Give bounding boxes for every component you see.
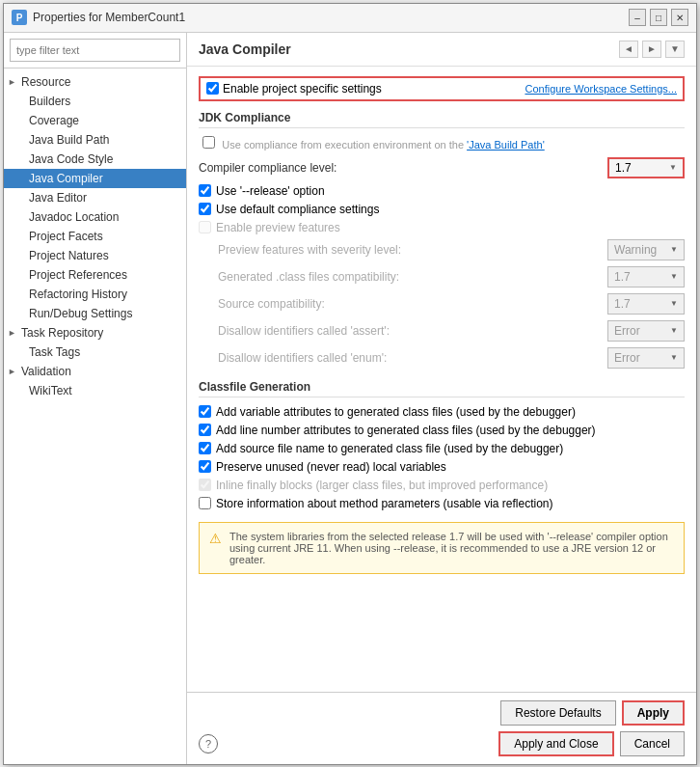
restore-defaults-button[interactable]: Restore Defaults xyxy=(500,700,615,726)
sidebar-item-validation[interactable]: ► Validation xyxy=(4,362,186,381)
generated-class-row: Generated .class files compatibility: 1.… xyxy=(199,266,685,288)
panel-title: Java Compiler xyxy=(199,41,291,57)
use-default-compliance-checkbox[interactable] xyxy=(199,203,211,215)
sidebar-label-java-code-style: Java Code Style xyxy=(29,152,113,166)
sidebar-item-project-facets[interactable]: Project Facets xyxy=(4,227,186,246)
source-compat-value: 1.7 xyxy=(614,297,631,311)
compiler-compliance-dropdown[interactable]: 1.7 ▼ xyxy=(607,157,685,178)
nav-dropdown-button[interactable]: ▼ xyxy=(665,41,685,58)
panel-content: Enable project specific settings Configu… xyxy=(187,67,696,692)
disallow-assert-row: Disallow identifiers called 'assert': Er… xyxy=(199,320,685,342)
enable-row: Enable project specific settings Configu… xyxy=(199,76,685,101)
inline-finally-checkbox[interactable] xyxy=(199,479,211,491)
search-input[interactable] xyxy=(10,39,180,62)
warning-icon: ⚠ xyxy=(209,531,222,546)
compiler-compliance-label: Compiler compliance level: xyxy=(199,161,607,175)
add-line-row: Add line number attributes to generated … xyxy=(199,424,685,437)
add-line-checkbox[interactable] xyxy=(199,424,211,436)
minimize-button[interactable]: – xyxy=(629,9,646,26)
disallow-assert-dropdown[interactable]: Error ▼ xyxy=(607,320,685,342)
nav-forward-button[interactable]: ► xyxy=(642,41,661,58)
use-compliance-row: Use compliance from execution environmen… xyxy=(199,136,685,151)
title-bar: P Properties for MemberCount1 – □ ✕ xyxy=(4,4,696,33)
warning-box: ⚠ The system libraries from the selected… xyxy=(199,522,685,574)
sidebar-item-wikitext[interactable]: WikiText xyxy=(4,381,186,400)
bottom-row-final: ? Apply and Close Cancel xyxy=(199,731,685,756)
sidebar-item-task-tags[interactable]: Task Tags xyxy=(4,342,186,362)
disallow-enum-dropdown[interactable]: Error ▼ xyxy=(607,347,685,369)
sidebar-item-resource[interactable]: ► Resource xyxy=(4,72,186,92)
sidebar-label-builders: Builders xyxy=(29,95,70,108)
right-panel: Java Compiler ◄ ► ▼ Enable project speci… xyxy=(187,33,696,764)
sidebar-item-builders[interactable]: Builders xyxy=(4,92,186,111)
store-info-label: Store information about method parameter… xyxy=(216,497,553,510)
sidebar-item-run-debug-settings[interactable]: Run/Debug Settings xyxy=(4,304,186,323)
java-build-path-link[interactable]: 'Java Build Path' xyxy=(467,139,545,151)
sidebar-item-java-code-style[interactable]: Java Code Style xyxy=(4,150,186,169)
add-source-checkbox[interactable] xyxy=(199,442,211,454)
preserve-unused-row: Preserve unused (never read) local varia… xyxy=(199,460,685,474)
source-compat-dropdown[interactable]: 1.7 ▼ xyxy=(607,293,685,315)
apply-button[interactable]: Apply xyxy=(622,700,685,726)
use-release-checkbox[interactable] xyxy=(199,184,211,197)
disallow-enum-label: Disallow identifiers called 'enum': xyxy=(218,351,607,365)
disallow-assert-value: Error xyxy=(614,324,640,338)
sidebar-label-java-build-path: Java Build Path xyxy=(29,133,109,147)
panel-nav: ◄ ► ▼ xyxy=(619,41,685,58)
enable-preview-label: Enable preview features xyxy=(216,221,340,234)
tree-arrow-validation: ► xyxy=(8,367,17,376)
sidebar-item-java-editor[interactable]: Java Editor xyxy=(4,188,186,207)
preview-severity-label: Preview features with severity level: xyxy=(218,243,607,257)
classfile-section-title: Classfile Generation xyxy=(199,380,685,397)
inline-finally-label: Inline finally blocks (larger class file… xyxy=(216,479,548,492)
source-compat-label: Source compatibility: xyxy=(218,297,607,311)
title-bar-left: P Properties for MemberCount1 xyxy=(12,10,185,25)
sidebar-label-task-repository: Task Repository xyxy=(21,326,103,340)
use-compliance-checkbox[interactable] xyxy=(202,136,215,149)
sidebar-label-wikitext: WikiText xyxy=(29,384,72,397)
generated-class-dropdown[interactable]: 1.7 ▼ xyxy=(607,266,685,288)
sidebar-item-refactoring-history[interactable]: Refactoring History xyxy=(4,285,186,304)
add-source-row: Add source file name to generated class … xyxy=(199,442,685,455)
sidebar-item-task-repository[interactable]: ► Task Repository xyxy=(4,323,186,342)
sidebar-item-java-compiler[interactable]: Java Compiler xyxy=(4,169,186,188)
sidebar-item-java-build-path[interactable]: Java Build Path xyxy=(4,130,186,150)
apply-close-button[interactable]: Apply and Close xyxy=(498,731,613,756)
cancel-button[interactable]: Cancel xyxy=(620,731,685,756)
chevron-down-icon: ▼ xyxy=(669,163,677,172)
sidebar-item-project-natures[interactable]: Project Natures xyxy=(4,246,186,265)
tree-view: ► Resource Builders Coverage Java Build … xyxy=(4,68,186,764)
use-release-row: Use '--release' option xyxy=(199,184,685,198)
enable-project-specific-label: Enable project specific settings xyxy=(223,82,382,96)
enable-preview-checkbox[interactable] xyxy=(199,221,211,233)
jdk-compliance-section: JDK Compliance Use compliance from execu… xyxy=(199,111,685,369)
properties-window: P Properties for MemberCount1 – □ ✕ ► Re… xyxy=(3,3,697,765)
disallow-enum-row: Disallow identifiers called 'enum': Erro… xyxy=(199,347,685,369)
chevron-down-icon-4: ▼ xyxy=(670,299,678,308)
sidebar-label-coverage: Coverage xyxy=(29,114,79,127)
help-icon[interactable]: ? xyxy=(199,734,218,753)
sidebar-label-javadoc-location: Javadoc Location xyxy=(29,210,119,224)
compiler-compliance-value: 1.7 xyxy=(615,161,632,175)
configure-workspace-link[interactable]: Configure Workspace Settings... xyxy=(525,83,677,95)
add-variable-checkbox[interactable] xyxy=(199,405,211,418)
window-title: Properties for MemberCount1 xyxy=(33,11,185,24)
sidebar-item-coverage[interactable]: Coverage xyxy=(4,111,186,130)
generated-class-value: 1.7 xyxy=(614,270,631,284)
chevron-down-icon-2: ▼ xyxy=(670,245,678,254)
preserve-unused-checkbox[interactable] xyxy=(199,460,211,473)
tree-arrow-resource: ► xyxy=(8,77,17,87)
sidebar-item-javadoc-location[interactable]: Javadoc Location xyxy=(4,207,186,227)
preview-severity-dropdown[interactable]: Warning ▼ xyxy=(607,239,685,260)
close-button[interactable]: ✕ xyxy=(671,9,688,26)
nav-back-button[interactable]: ◄ xyxy=(619,41,638,58)
warning-text: The system libraries from the selected r… xyxy=(229,531,674,565)
chevron-down-icon-5: ▼ xyxy=(670,326,678,335)
store-info-checkbox[interactable] xyxy=(199,497,211,509)
window-icon: P xyxy=(12,10,27,25)
store-info-row: Store information about method parameter… xyxy=(199,497,685,510)
enable-project-specific-checkbox[interactable] xyxy=(206,82,219,95)
maximize-button[interactable]: □ xyxy=(650,9,667,26)
enable-preview-row: Enable preview features xyxy=(199,221,685,234)
sidebar-item-project-references[interactable]: Project References xyxy=(4,265,186,285)
